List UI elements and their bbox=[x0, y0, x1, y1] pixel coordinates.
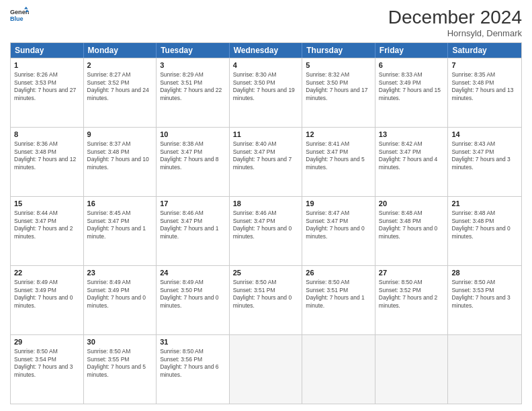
cell-text: Sunrise: 8:46 AM Sunset: 3:47 PM Dayligh… bbox=[160, 210, 226, 240]
cell-text: Sunrise: 8:41 AM Sunset: 3:47 PM Dayligh… bbox=[306, 140, 371, 171]
table-row: 20Sunrise: 8:48 AM Sunset: 3:48 PM Dayli… bbox=[375, 197, 449, 265]
calendar-body: 1Sunrise: 8:26 AM Sunset: 3:53 PM Daylig… bbox=[11, 58, 521, 404]
day-number: 1 bbox=[14, 60, 80, 71]
header: General Blue General Blue December 2024 … bbox=[10, 7, 522, 38]
week-row-2: 8Sunrise: 8:36 AM Sunset: 3:48 PM Daylig… bbox=[11, 127, 521, 196]
day-number: 27 bbox=[379, 268, 445, 278]
table-row: 30Sunrise: 8:50 AM Sunset: 3:55 PM Dayli… bbox=[84, 335, 157, 404]
day-number: 2 bbox=[87, 60, 153, 71]
table-row: 3Sunrise: 8:29 AM Sunset: 3:51 PM Daylig… bbox=[157, 58, 230, 127]
header-tuesday: Tuesday bbox=[157, 43, 230, 58]
table-row: 24Sunrise: 8:49 AM Sunset: 3:50 PM Dayli… bbox=[157, 266, 230, 334]
table-row: 7Sunrise: 8:35 AM Sunset: 3:48 PM Daylig… bbox=[448, 58, 521, 127]
day-number: 10 bbox=[160, 130, 226, 140]
day-number: 28 bbox=[451, 268, 518, 278]
table-row: 16Sunrise: 8:45 AM Sunset: 3:47 PM Dayli… bbox=[84, 197, 157, 265]
header-saturday: Saturday bbox=[448, 43, 521, 58]
table-row: 29Sunrise: 8:50 AM Sunset: 3:54 PM Dayli… bbox=[11, 335, 84, 404]
cell-text: Sunrise: 8:35 AM Sunset: 3:48 PM Dayligh… bbox=[451, 71, 518, 102]
week-row-3: 15Sunrise: 8:44 AM Sunset: 3:47 PM Dayli… bbox=[11, 196, 521, 265]
cell-text: Sunrise: 8:27 AM Sunset: 3:52 PM Dayligh… bbox=[87, 71, 153, 102]
location-subtitle: Hornsyld, Denmark bbox=[388, 28, 522, 38]
table-row bbox=[302, 335, 375, 404]
day-number: 21 bbox=[451, 199, 518, 209]
week-row-4: 22Sunrise: 8:49 AM Sunset: 3:49 PM Dayli… bbox=[11, 265, 521, 334]
table-row: 5Sunrise: 8:32 AM Sunset: 3:50 PM Daylig… bbox=[302, 58, 375, 127]
day-number: 7 bbox=[451, 60, 518, 71]
day-number: 8 bbox=[14, 130, 80, 140]
table-row: 27Sunrise: 8:50 AM Sunset: 3:52 PM Dayli… bbox=[375, 266, 449, 334]
logo-icon: General Blue bbox=[10, 7, 29, 26]
month-title: December 2024 bbox=[388, 7, 522, 28]
day-number: 24 bbox=[160, 268, 226, 278]
header-thursday: Thursday bbox=[302, 43, 375, 58]
cell-text: Sunrise: 8:29 AM Sunset: 3:51 PM Dayligh… bbox=[160, 71, 226, 102]
cell-text: Sunrise: 8:47 AM Sunset: 3:47 PM Dayligh… bbox=[306, 210, 371, 240]
week-row-1: 1Sunrise: 8:26 AM Sunset: 3:53 PM Daylig… bbox=[11, 58, 521, 127]
cell-text: Sunrise: 8:38 AM Sunset: 3:47 PM Dayligh… bbox=[160, 140, 226, 171]
cell-text: Sunrise: 8:50 AM Sunset: 3:56 PM Dayligh… bbox=[160, 348, 226, 379]
cell-text: Sunrise: 8:32 AM Sunset: 3:50 PM Dayligh… bbox=[306, 71, 371, 102]
table-row: 6Sunrise: 8:33 AM Sunset: 3:49 PM Daylig… bbox=[375, 58, 449, 127]
cell-text: Sunrise: 8:49 AM Sunset: 3:49 PM Dayligh… bbox=[14, 279, 80, 310]
day-number: 6 bbox=[379, 60, 445, 71]
day-number: 12 bbox=[306, 130, 371, 140]
header-monday: Monday bbox=[84, 43, 157, 58]
cell-text: Sunrise: 8:30 AM Sunset: 3:50 PM Dayligh… bbox=[233, 71, 299, 102]
day-number: 23 bbox=[87, 268, 153, 278]
table-row: 28Sunrise: 8:50 AM Sunset: 3:53 PM Dayli… bbox=[448, 266, 521, 334]
table-row: 21Sunrise: 8:48 AM Sunset: 3:48 PM Dayli… bbox=[448, 197, 521, 265]
day-number: 19 bbox=[306, 199, 371, 209]
table-row bbox=[230, 335, 303, 404]
cell-text: Sunrise: 8:44 AM Sunset: 3:47 PM Dayligh… bbox=[14, 210, 80, 240]
cell-text: Sunrise: 8:48 AM Sunset: 3:48 PM Dayligh… bbox=[379, 210, 445, 240]
day-number: 3 bbox=[160, 60, 226, 71]
table-row: 15Sunrise: 8:44 AM Sunset: 3:47 PM Dayli… bbox=[11, 197, 84, 265]
title-block: December 2024 Hornsyld, Denmark bbox=[388, 7, 522, 38]
table-row: 2Sunrise: 8:27 AM Sunset: 3:52 PM Daylig… bbox=[84, 58, 157, 127]
cell-text: Sunrise: 8:49 AM Sunset: 3:49 PM Dayligh… bbox=[87, 279, 153, 310]
table-row: 26Sunrise: 8:50 AM Sunset: 3:51 PM Dayli… bbox=[302, 266, 375, 334]
svg-marker-2 bbox=[24, 7, 28, 9]
day-number: 15 bbox=[14, 199, 80, 209]
day-number: 26 bbox=[306, 268, 371, 278]
day-number: 9 bbox=[87, 130, 153, 140]
cell-text: Sunrise: 8:37 AM Sunset: 3:48 PM Dayligh… bbox=[87, 140, 153, 171]
day-number: 31 bbox=[160, 337, 226, 347]
table-row: 25Sunrise: 8:50 AM Sunset: 3:51 PM Dayli… bbox=[230, 266, 303, 334]
cell-text: Sunrise: 8:50 AM Sunset: 3:51 PM Dayligh… bbox=[233, 279, 299, 310]
cell-text: Sunrise: 8:50 AM Sunset: 3:51 PM Dayligh… bbox=[306, 279, 371, 310]
table-row: 1Sunrise: 8:26 AM Sunset: 3:53 PM Daylig… bbox=[11, 58, 84, 127]
day-number: 30 bbox=[87, 337, 153, 347]
cell-text: Sunrise: 8:50 AM Sunset: 3:53 PM Dayligh… bbox=[451, 279, 518, 310]
table-row: 17Sunrise: 8:46 AM Sunset: 3:47 PM Dayli… bbox=[157, 197, 230, 265]
cell-text: Sunrise: 8:36 AM Sunset: 3:48 PM Dayligh… bbox=[14, 140, 80, 171]
table-row: 9Sunrise: 8:37 AM Sunset: 3:48 PM Daylig… bbox=[84, 128, 157, 196]
table-row: 22Sunrise: 8:49 AM Sunset: 3:49 PM Dayli… bbox=[11, 266, 84, 334]
day-number: 4 bbox=[233, 60, 299, 71]
cell-text: Sunrise: 8:50 AM Sunset: 3:52 PM Dayligh… bbox=[379, 279, 445, 310]
table-row: 8Sunrise: 8:36 AM Sunset: 3:48 PM Daylig… bbox=[11, 128, 84, 196]
calendar: Sunday Monday Tuesday Wednesday Thursday… bbox=[10, 42, 522, 404]
cell-text: Sunrise: 8:45 AM Sunset: 3:47 PM Dayligh… bbox=[87, 210, 153, 240]
week-row-5: 29Sunrise: 8:50 AM Sunset: 3:54 PM Dayli… bbox=[11, 334, 521, 404]
table-row: 18Sunrise: 8:46 AM Sunset: 3:47 PM Dayli… bbox=[230, 197, 303, 265]
table-row: 4Sunrise: 8:30 AM Sunset: 3:50 PM Daylig… bbox=[230, 58, 303, 127]
day-number: 11 bbox=[233, 130, 299, 140]
cell-text: Sunrise: 8:40 AM Sunset: 3:47 PM Dayligh… bbox=[233, 140, 299, 171]
page: General Blue General Blue December 2024 … bbox=[0, 0, 532, 411]
svg-text:Blue: Blue bbox=[10, 15, 24, 22]
table-row: 10Sunrise: 8:38 AM Sunset: 3:47 PM Dayli… bbox=[157, 128, 230, 196]
day-number: 25 bbox=[233, 268, 299, 278]
cell-text: Sunrise: 8:50 AM Sunset: 3:54 PM Dayligh… bbox=[14, 348, 80, 379]
day-number: 22 bbox=[14, 268, 80, 278]
cell-text: Sunrise: 8:42 AM Sunset: 3:47 PM Dayligh… bbox=[379, 140, 445, 171]
day-number: 13 bbox=[379, 130, 445, 140]
cell-text: Sunrise: 8:49 AM Sunset: 3:50 PM Dayligh… bbox=[160, 279, 226, 310]
table-row bbox=[375, 335, 449, 404]
day-number: 17 bbox=[160, 199, 226, 209]
calendar-header: Sunday Monday Tuesday Wednesday Thursday… bbox=[11, 43, 521, 58]
table-row: 19Sunrise: 8:47 AM Sunset: 3:47 PM Dayli… bbox=[302, 197, 375, 265]
table-row: 31Sunrise: 8:50 AM Sunset: 3:56 PM Dayli… bbox=[157, 335, 230, 404]
table-row: 14Sunrise: 8:43 AM Sunset: 3:47 PM Dayli… bbox=[448, 128, 521, 196]
